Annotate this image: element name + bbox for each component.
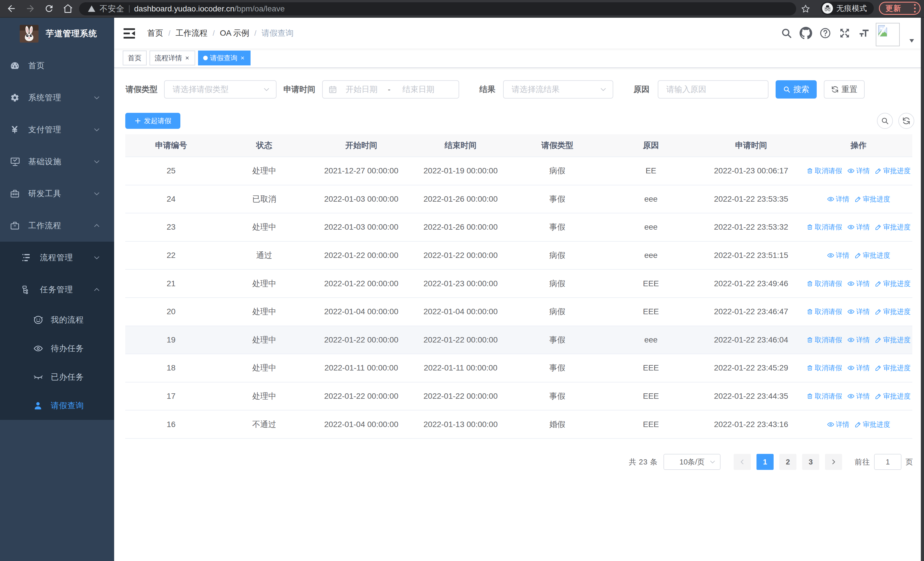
show-search-toggle-button[interactable] <box>877 113 893 129</box>
detail-action-link[interactable]: 详情 <box>847 279 870 288</box>
progress-action-link[interactable]: 审批进度 <box>855 251 890 260</box>
header-search-icon[interactable] <box>777 18 796 48</box>
cell-status: 处理中 <box>217 157 312 185</box>
cell-type: 事假 <box>510 185 604 213</box>
address-bar[interactable]: 不安全 dashboard.yudao.iocoder.cn/bpm/oa/le… <box>79 2 796 15</box>
progress-action-link[interactable]: 审批进度 <box>875 307 910 316</box>
breadcrumb-item-工作流程[interactable]: 工作流程 <box>176 28 207 39</box>
page-button-1[interactable]: 1 <box>756 454 774 470</box>
next-page-button[interactable] <box>825 454 842 470</box>
detail-action-link[interactable]: 详情 <box>847 166 870 175</box>
sidebar-item-label: 首页 <box>28 60 45 71</box>
browser-update-button[interactable]: 更新 <box>879 2 921 15</box>
progress-action-link[interactable]: 审批进度 <box>875 363 910 373</box>
sidebar-item-label: 研发工具 <box>28 188 62 199</box>
detail-action-link[interactable]: 详情 <box>827 251 849 260</box>
table-row-21: 21处理中2022-01-22 00:00:002022-01-23 00:00… <box>125 270 912 298</box>
progress-action-link[interactable]: 审批进度 <box>875 166 910 175</box>
sidebar-collapse-button[interactable] <box>123 28 135 39</box>
date-end-placeholder: 结束日期 <box>402 84 434 95</box>
create-leave-button[interactable]: 发起请假 <box>125 113 180 129</box>
sidebar-item-流程管理[interactable]: 流程管理 <box>0 242 114 274</box>
close-icon[interactable] <box>184 55 190 61</box>
bookmark-star-icon[interactable] <box>801 4 810 15</box>
page-button-3[interactable]: 3 <box>802 454 819 470</box>
sidebar-item-我的流程[interactable]: 我的流程 <box>0 305 114 334</box>
sidebar-logo[interactable]: 芋道管理系统 <box>0 18 114 50</box>
progress-action-link[interactable]: 审批进度 <box>875 223 910 232</box>
detail-action-link[interactable]: 详情 <box>847 307 870 316</box>
detail-action-link[interactable]: 详情 <box>847 335 870 344</box>
sidebar-item-label: 流程管理 <box>40 252 73 263</box>
sidebar-item-已办任务[interactable]: 已办任务 <box>0 363 114 391</box>
sidebar-item-系统管理[interactable]: 系统管理 <box>0 82 114 114</box>
fullscreen-icon[interactable] <box>835 18 854 48</box>
filter-reason-input[interactable]: 请输入原因 <box>658 80 768 99</box>
cancel-action-link[interactable]: 取消请假 <box>806 166 842 175</box>
detail-action-link[interactable]: 详情 <box>827 194 849 204</box>
detail-action-link[interactable]: 详情 <box>847 363 870 373</box>
close-icon[interactable] <box>240 55 245 61</box>
user-avatar[interactable] <box>876 23 914 47</box>
github-icon[interactable] <box>796 18 816 48</box>
breadcrumb-item-首页[interactable]: 首页 <box>147 28 163 39</box>
chevron-down-icon <box>93 158 100 165</box>
refresh-table-button[interactable] <box>898 113 914 129</box>
breadcrumb-item-OA 示例[interactable]: OA 示例 <box>220 28 249 39</box>
pagination: 共 23 条 10条/页 123 前往 1 页 <box>629 454 913 470</box>
sidebar-item-任务管理[interactable]: 任务管理 <box>0 274 114 305</box>
trash-icon <box>806 337 815 343</box>
help-icon[interactable] <box>816 18 835 48</box>
cell-id: 20 <box>125 298 217 326</box>
reset-button[interactable]: 重置 <box>824 80 865 99</box>
filter-date-range[interactable]: 开始日期 - 结束日期 <box>322 80 459 99</box>
action-label: 详情 <box>836 194 849 204</box>
browser-home-button[interactable] <box>62 2 74 15</box>
sidebar-item-工作流程[interactable]: 工作流程 <box>0 210 114 242</box>
prev-page-button[interactable] <box>734 454 751 470</box>
progress-action-link[interactable]: 审批进度 <box>855 194 890 204</box>
cancel-action-link[interactable]: 取消请假 <box>806 307 842 316</box>
sidebar-item-label: 工作流程 <box>28 220 62 231</box>
sidebar-item-首页[interactable]: 首页 <box>0 50 114 82</box>
browser-menu-icon[interactable] <box>914 4 916 12</box>
browser-back-button[interactable] <box>5 2 18 15</box>
tab-label: 请假查询 <box>210 53 237 63</box>
sidebar-item-研发工具[interactable]: 研发工具 <box>0 177 114 210</box>
sidebar-item-支付管理[interactable]: 支付管理 <box>0 114 114 146</box>
tab-请假查询[interactable]: 请假查询 <box>198 51 250 65</box>
eye-icon <box>827 196 836 203</box>
filter-type-select[interactable]: 请选择请假类型 <box>164 80 276 99</box>
sidebar-item-基础设施[interactable]: 基础设施 <box>0 146 114 177</box>
search-button[interactable]: 搜索 <box>776 80 817 99</box>
cancel-action-link[interactable]: 取消请假 <box>806 363 842 373</box>
eye-icon <box>827 252 836 259</box>
cancel-action-link[interactable]: 取消请假 <box>806 335 842 344</box>
tab-首页[interactable]: 首页 <box>123 51 147 65</box>
cancel-action-link[interactable]: 取消请假 <box>806 279 842 288</box>
browser-forward-button[interactable] <box>24 2 36 15</box>
progress-action-link[interactable]: 审批进度 <box>855 420 890 429</box>
browser-reload-button[interactable] <box>43 2 56 15</box>
page-button-2[interactable]: 2 <box>779 454 796 470</box>
detail-action-link[interactable]: 详情 <box>847 223 870 232</box>
chevron-down-icon <box>600 86 607 93</box>
cell-applied: 2022-01-22 23:43:16 <box>698 411 805 438</box>
detail-action-link[interactable]: 详情 <box>827 420 849 429</box>
filter-result-select[interactable]: 请选择流结果 <box>503 80 613 99</box>
filter-result-placeholder: 请选择流结果 <box>512 84 560 95</box>
cell-id: 19 <box>125 326 217 354</box>
cancel-action-link[interactable]: 取消请假 <box>806 392 842 401</box>
page-size-select[interactable]: 10条/页 <box>663 454 720 470</box>
sidebar-item-请假查询[interactable]: 请假查询 <box>0 391 114 420</box>
sidebar-item-待办任务[interactable]: 待办任务 <box>0 334 114 363</box>
goto-page-input[interactable]: 1 <box>874 454 902 470</box>
progress-action-link[interactable]: 审批进度 <box>875 335 910 344</box>
detail-action-link[interactable]: 详情 <box>847 392 870 401</box>
progress-action-link[interactable]: 审批进度 <box>875 279 910 288</box>
cancel-action-link[interactable]: 取消请假 <box>806 223 842 232</box>
progress-action-link[interactable]: 审批进度 <box>875 392 910 401</box>
font-size-icon[interactable] <box>854 18 874 48</box>
tab-流程详情[interactable]: 流程详情 <box>150 51 195 65</box>
browser-scrollbar[interactable] <box>921 18 924 561</box>
